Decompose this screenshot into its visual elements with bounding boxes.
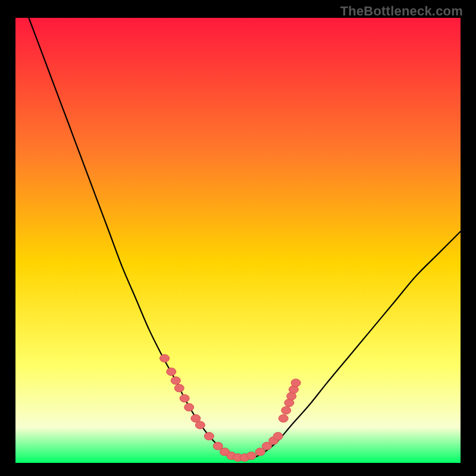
- data-marker: [195, 421, 205, 429]
- data-marker: [246, 452, 256, 460]
- data-marker: [273, 433, 283, 440]
- watermark-text: TheBottleneck.com: [340, 4, 463, 19]
- data-marker: [291, 379, 300, 387]
- gradient-background: [15, 18, 461, 463]
- data-marker: [171, 377, 180, 384]
- data-marker: [278, 415, 288, 422]
- bottleneck-chart: [15, 18, 461, 463]
- data-marker: [184, 403, 194, 411]
- data-marker: [281, 406, 291, 414]
- chart-frame: [15, 18, 461, 463]
- data-marker: [180, 394, 189, 402]
- data-marker: [204, 433, 214, 440]
- data-marker: [160, 355, 170, 362]
- data-marker: [167, 368, 176, 375]
- data-marker: [174, 384, 184, 392]
